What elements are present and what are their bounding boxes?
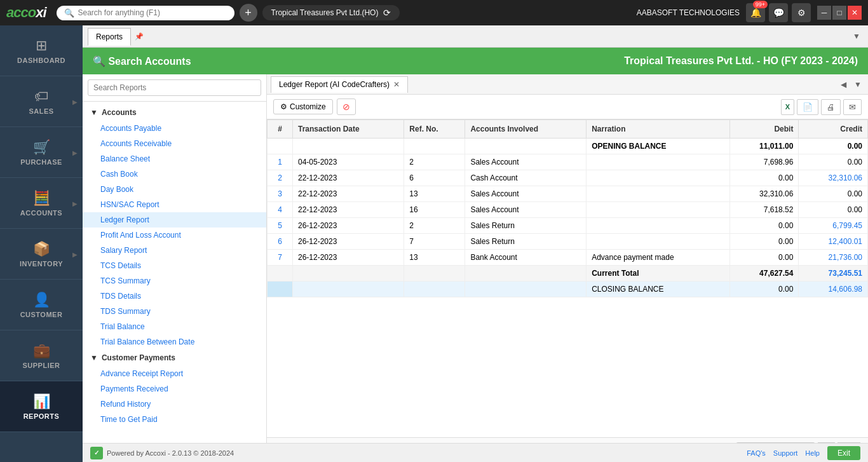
green-header: 🔍 Search Accounts Tropical Treasures Pvt…	[83, 48, 868, 74]
row-2-num[interactable]: 2	[268, 170, 293, 186]
report-tds-summary[interactable]: TDS Summary	[83, 304, 266, 319]
row-5-num[interactable]: 5	[268, 218, 293, 234]
col-credit: Credit	[799, 120, 868, 139]
search-accounts-label[interactable]: 🔍 Search Accounts	[93, 55, 191, 67]
report-tcs-summary[interactable]: TCS Summary	[83, 273, 266, 289]
supplier-icon: 💼	[33, 343, 50, 359]
category-customer-payments[interactable]: ▼ Customer Payments	[83, 350, 266, 366]
row-2-account: Cash Account	[465, 170, 587, 186]
report-time-to-get-paid[interactable]: Time to Get Paid	[83, 412, 266, 427]
category-accounts[interactable]: ▼ Accounts	[83, 104, 266, 121]
inventory-arrow: ▶	[72, 250, 78, 257]
search-input[interactable]	[78, 8, 218, 17]
row-5-account: Sales Return	[465, 218, 587, 234]
ct-label: Current Total	[587, 266, 730, 282]
report-accounts-payable[interactable]: Accounts Payable	[83, 121, 266, 136]
main-content: Reports 📌 ▼ 🔍 Search Accounts Tropical T…	[83, 25, 868, 462]
report-advance-receipt[interactable]: Advance Receipt Report	[83, 366, 266, 381]
purchase-icon: 🛒	[33, 139, 50, 156]
row-6-num[interactable]: 6	[268, 234, 293, 250]
reports-search-input[interactable]	[88, 79, 261, 96]
reports-main-tab[interactable]: Reports	[88, 28, 131, 46]
row-3-date: 22-12-2023	[293, 186, 404, 202]
sidebar-item-purchase[interactable]: 🛒 PURCHASE ▶	[0, 127, 83, 178]
refresh-icon[interactable]: ⟳	[383, 8, 391, 18]
report-ledger[interactable]: Ledger Report	[83, 212, 266, 228]
row-4-account: Sales Account	[465, 202, 587, 218]
add-button[interactable]: +	[240, 4, 257, 22]
report-refund-history[interactable]: Refund History	[83, 397, 266, 412]
minimize-button[interactable]: ─	[817, 6, 831, 20]
report-profit-loss[interactable]: Profit And Loss Account	[83, 228, 266, 243]
global-search-bar[interactable]: 🔍	[57, 6, 234, 20]
notifications-button[interactable]: 🔔99+	[746, 3, 765, 22]
row-7-num[interactable]: 7	[268, 250, 293, 266]
export-pdf-button[interactable]: 📄	[797, 99, 818, 115]
sidebar-item-dashboard[interactable]: ⊞ DASHBOARD	[0, 25, 83, 76]
filter-button[interactable]: ⊘	[337, 99, 356, 115]
row-1-num[interactable]: 1	[268, 154, 293, 170]
toolbar-right: X 📄 🖨 ✉	[781, 99, 862, 115]
col-debit: Debit	[729, 120, 799, 139]
sidebar-item-reports[interactable]: 📊 REPORTS	[0, 381, 83, 432]
report-balance-sheet[interactable]: Balance Sheet	[83, 151, 266, 166]
sidebar-item-supplier[interactable]: 💼 SUPPLIER	[0, 330, 83, 381]
sidebar-label-reports: REPORTS	[24, 412, 60, 420]
ledger-report-tab[interactable]: Ledger Report (AI CodeCrafters) ✕	[271, 76, 408, 93]
sidebar-item-sales[interactable]: 🏷 SALES ▶	[0, 76, 83, 127]
print-button[interactable]: 🖨	[821, 99, 841, 115]
report-day-book[interactable]: Day Book	[83, 182, 266, 197]
row-1-credit: 0.00	[799, 154, 868, 170]
window-controls: ─ □ ✕	[817, 6, 862, 20]
maximize-button[interactable]: □	[832, 6, 846, 20]
report-hsn-sac[interactable]: HSN/SAC Report	[83, 197, 266, 212]
tab-nav-right[interactable]: ▼	[850, 31, 863, 42]
table-row: 7 26-12-2023 13 Bank Account Advance pay…	[268, 250, 868, 266]
customize-label: Customize	[290, 102, 326, 111]
row-3-ref: 13	[404, 186, 465, 202]
ob-credit: 0.00	[799, 139, 868, 154]
faqs-link[interactable]: FAQ's	[747, 449, 766, 457]
company-selector[interactable]: Tropical Treasures Pvt Ltd.(HO) ⟳	[262, 5, 400, 20]
messages-button[interactable]: 💬	[769, 3, 788, 22]
ledger-panel: Ledger Report (AI CodeCrafters) ✕ ◀ ▼ ⚙ …	[267, 74, 868, 462]
support-link[interactable]: Support	[773, 449, 798, 457]
sidebar-item-inventory[interactable]: 📦 INVENTORY ▶	[0, 229, 83, 280]
sales-arrow: ▶	[72, 98, 78, 105]
customer-payments-items: Advance Receipt Report Payments Received…	[83, 366, 266, 427]
customize-button[interactable]: ⚙ Customize	[273, 99, 333, 114]
exit-button[interactable]: Exit	[827, 446, 860, 460]
row-3-num[interactable]: 3	[268, 186, 293, 202]
report-accounts-receivable[interactable]: Accounts Receivable	[83, 136, 266, 151]
settings-button[interactable]: ⚙	[792, 3, 811, 22]
report-tds-details[interactable]: TDS Details	[83, 289, 266, 304]
report-tcs-details[interactable]: TCS Details	[83, 258, 266, 273]
sidebar: ⊞ DASHBOARD 🏷 SALES ▶ 🛒 PURCHASE ▶ 🧮 ACC…	[0, 25, 83, 462]
sidebar-item-accounts[interactable]: 🧮 ACCOUNTS ▶	[0, 178, 83, 229]
row-1-date: 04-05-2023	[293, 154, 404, 170]
tab-dropdown-arrow[interactable]: ▼	[851, 79, 864, 90]
tab-pin-icon[interactable]: 📌	[135, 32, 144, 41]
report-trial-balance-between[interactable]: Trial Balance Between Date	[83, 334, 266, 350]
table-row: 4 22-12-2023 16 Sales Account 7,618.52 0…	[268, 202, 868, 218]
accounts-arrow: ▶	[72, 200, 78, 207]
main-tab-bar: Reports 📌 ▼	[83, 25, 868, 48]
email-button[interactable]: ✉	[843, 99, 862, 115]
report-cash-book[interactable]: Cash Book	[83, 166, 266, 182]
report-trial-balance[interactable]: Trial Balance	[83, 319, 266, 334]
report-payments-received[interactable]: Payments Received	[83, 381, 266, 397]
er-date	[293, 282, 404, 297]
help-link[interactable]: Help	[805, 449, 820, 457]
export-excel-button[interactable]: X	[781, 99, 794, 115]
er-debit: 0.00	[729, 282, 799, 297]
row-3-account: Sales Account	[465, 186, 587, 202]
ledger-tab-close-icon[interactable]: ✕	[393, 80, 400, 89]
report-salary[interactable]: Salary Report	[83, 243, 266, 258]
row-4-num[interactable]: 4	[268, 202, 293, 218]
current-total-row: Current Total 47,627.54 73,245.51	[268, 266, 868, 282]
row-7-account: Bank Account	[465, 250, 587, 266]
sidebar-item-customer[interactable]: 👤 CUSTOMER	[0, 280, 83, 330]
close-button[interactable]: ✕	[848, 6, 862, 20]
table-row: 2 22-12-2023 6 Cash Account 0.00 32,310.…	[268, 170, 868, 186]
tab-left-arrow[interactable]: ◀	[838, 79, 849, 90]
